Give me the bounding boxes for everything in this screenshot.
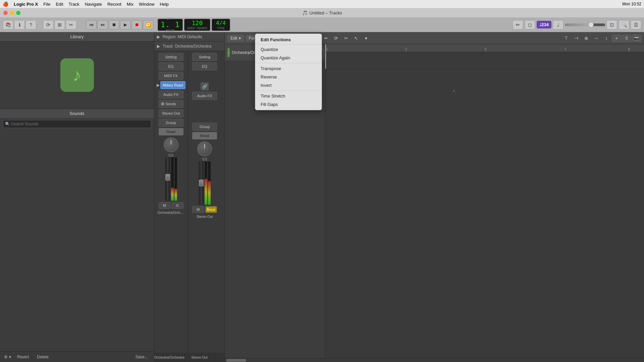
quantize-button[interactable]: ⟳ xyxy=(43,20,54,29)
ch2-read-button[interactable]: Read xyxy=(192,132,217,139)
revert-button[interactable]: Revert xyxy=(15,354,31,360)
zoom-h-btn[interactable]: ↔ xyxy=(592,34,601,43)
ch2-setting-button[interactable]: Setting xyxy=(192,53,217,61)
save-button[interactable]: Save... xyxy=(133,354,150,360)
horizontal-scrollbar[interactable] xyxy=(225,358,644,362)
window-title: Untitled – Tracks xyxy=(310,10,342,15)
ch1-read-button[interactable]: Read xyxy=(159,128,183,135)
transport-controls: ⏮ ⏭ ⏹ ▶ ⏺ 🔁 xyxy=(86,20,154,29)
scrollbar-thumb[interactable] xyxy=(226,359,246,362)
ch2-group-button[interactable]: Group xyxy=(192,123,217,131)
time-stretch-menu-item[interactable]: Time Stretch xyxy=(255,92,322,100)
zoom-fit-button[interactable]: ⊡ xyxy=(606,20,617,29)
ch2-link-icon[interactable]: 🔗 xyxy=(201,82,209,90)
pointer-dropdown-btn[interactable]: ▾ xyxy=(362,34,371,43)
ch2-audio-fx-button[interactable]: Audio FX xyxy=(192,92,217,100)
search-button[interactable]: 🔍 xyxy=(619,20,629,29)
ruler-mark-1: 1 xyxy=(326,48,328,51)
sounds-search-area: 🔍 xyxy=(0,118,154,130)
quantize-again-menu-item[interactable]: Quantize Again xyxy=(255,54,322,62)
smart-controls-button[interactable]: ⊞ xyxy=(54,20,65,29)
fit-btn[interactable]: ⊣ xyxy=(572,34,581,43)
ch1-plugin-button[interactable]: Abbey Road xyxy=(160,81,185,89)
cycle-button[interactable]: 🔁 xyxy=(143,20,154,29)
ch2-fader[interactable] xyxy=(199,161,204,205)
master-level-slider[interactable] xyxy=(565,23,605,26)
align-top-btn[interactable]: ⊤ xyxy=(561,34,571,43)
ch2-volume-knob[interactable] xyxy=(197,141,212,156)
region-name: Region: MIDI Defaults xyxy=(163,35,202,39)
play-button[interactable]: ▶ xyxy=(120,20,131,29)
ch2-bounce-button[interactable]: Bnce xyxy=(205,206,217,213)
rewind-button[interactable]: ⏮ xyxy=(86,20,97,29)
ch1-audio-fx-button[interactable]: Audio FX xyxy=(159,90,183,99)
add-track-button[interactable]: + xyxy=(612,35,621,42)
file-menu[interactable]: File xyxy=(43,2,50,7)
ch1-stereo-out-button[interactable]: Stereo Out xyxy=(159,109,183,117)
fill-gaps-menu-item[interactable]: Fill Gaps xyxy=(255,100,322,109)
ch1-setting-button[interactable]: Setting xyxy=(159,53,183,61)
ch1-fader-handle[interactable] xyxy=(165,174,170,181)
minimize-button[interactable] xyxy=(10,11,14,15)
tempo-display[interactable]: 120 KEEP TEMPO xyxy=(184,19,210,31)
library-music-icon: ♪ xyxy=(60,58,94,92)
ch1-sends-button[interactable]: Sends xyxy=(159,100,183,108)
ch1-bottom-name: Orchestra/Orchestra xyxy=(154,353,184,362)
eraser-tool-button[interactable]: ◻ xyxy=(525,20,535,29)
close-button[interactable] xyxy=(3,11,8,15)
zoom-in-btn[interactable]: ⊕ xyxy=(582,34,591,43)
record-menu[interactable]: Record xyxy=(107,2,121,7)
invert-menu-item[interactable]: Invert xyxy=(255,81,322,89)
time-sig-display[interactable]: 4/4 Cmaj xyxy=(212,19,230,31)
tempo-value: 120 xyxy=(192,19,203,26)
ch1-solo-button[interactable]: S xyxy=(171,202,183,209)
ch2-eq-button[interactable]: EQ xyxy=(192,62,217,70)
quantize-menu-item[interactable]: Quantize xyxy=(255,45,322,54)
info-button[interactable]: ℹ xyxy=(14,20,25,29)
edit-dropdown[interactable]: Edit ▾ xyxy=(227,35,244,42)
channel-strip-1: Setting EQ MIDI FX ▶ Abbey Road Audio FX… xyxy=(154,51,188,353)
ch1-eq-button[interactable]: EQ xyxy=(159,62,183,70)
pointer-btn[interactable]: ↖ xyxy=(352,34,361,43)
edit-menu[interactable]: Edit xyxy=(56,2,63,7)
ch2-fader-handle[interactable] xyxy=(199,180,204,186)
settings-button[interactable]: ⚙ ▾ xyxy=(4,355,11,359)
ch2-volume-value: 0.0 xyxy=(192,158,217,161)
navigate-menu[interactable]: Navigate xyxy=(85,2,102,7)
app-name-menu[interactable]: Logic Pro X xyxy=(14,2,38,7)
solo-track-button[interactable]: S xyxy=(622,35,631,42)
scissors-button[interactable]: ✂ xyxy=(66,20,76,29)
scissors-mode-btn[interactable]: ✂ xyxy=(341,34,351,43)
ch1-mute-button[interactable]: M xyxy=(159,202,171,209)
ch1-volume-knob[interactable] xyxy=(164,137,178,152)
transpose-menu-item[interactable]: Transpose xyxy=(255,64,322,73)
ch1-fader[interactable] xyxy=(165,157,170,201)
help-button[interactable]: ? xyxy=(25,20,36,29)
list-button[interactable]: ☰ xyxy=(631,20,641,29)
mix-menu[interactable]: Mix xyxy=(127,2,133,7)
ch1-group-button[interactable]: Group xyxy=(159,119,183,127)
ch2-mute-button[interactable]: M xyxy=(192,206,204,213)
track-menu[interactable]: Track xyxy=(69,2,79,7)
record-button[interactable]: ⏺ xyxy=(131,20,142,29)
metronome-button[interactable]: ♩ xyxy=(553,20,564,29)
timeline-track-area[interactable] xyxy=(325,52,644,69)
region-bar: ▶ Region: MIDI Defaults xyxy=(154,32,224,42)
ch1-midi-fx-button[interactable]: MIDI FX xyxy=(159,72,183,80)
stop-button[interactable]: ⏹ xyxy=(109,20,119,29)
title-bar: 🎵 Untitled – Tracks xyxy=(0,8,644,17)
fast-forward-button[interactable]: ⏭ xyxy=(97,20,108,29)
loop-btn[interactable]: ⟳ xyxy=(331,34,341,43)
pencil-mode-btn[interactable]: ✏ xyxy=(321,34,331,43)
zoom-v-btn[interactable]: ↕ xyxy=(602,34,611,43)
help-menu[interactable]: Help xyxy=(160,2,169,7)
reverse-menu-item[interactable]: Reverse xyxy=(255,73,322,81)
library-toggle-button[interactable]: 📚 xyxy=(3,20,13,29)
delete-button[interactable]: Delete xyxy=(35,354,51,360)
search-sounds-input[interactable] xyxy=(3,120,151,128)
pencil-tool-button[interactable]: ✏ xyxy=(513,20,523,29)
apple-menu-icon[interactable]: 🍎 xyxy=(3,1,8,7)
window-menu[interactable]: Window xyxy=(139,2,154,7)
maximize-button[interactable] xyxy=(16,11,20,15)
snapshot-button[interactable]: 📷 xyxy=(632,35,641,42)
